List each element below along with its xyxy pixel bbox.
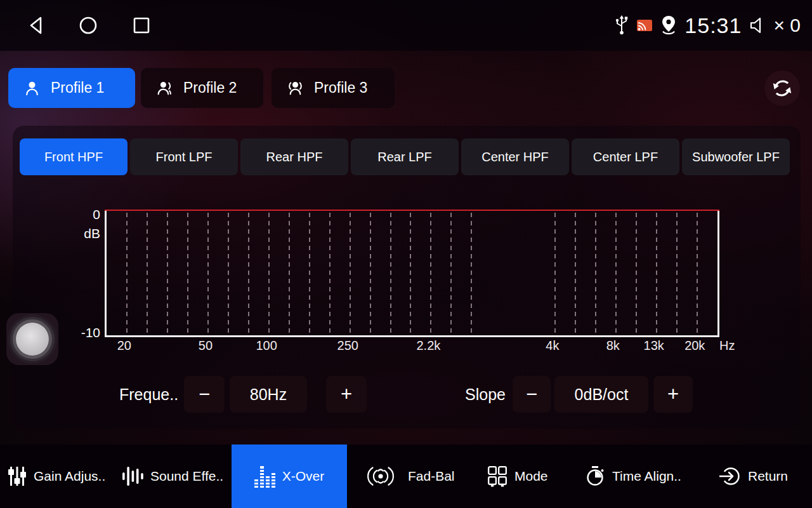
profile-3-button[interactable]: Profile 3 xyxy=(272,68,395,108)
return-icon xyxy=(718,465,741,487)
nav-label: Mode xyxy=(514,469,548,484)
tab-rear-hpf[interactable]: Rear HPF xyxy=(240,138,348,175)
recents-button[interactable] xyxy=(130,14,153,37)
gridline xyxy=(370,213,371,335)
slope-label: Slope xyxy=(465,376,506,413)
gridline xyxy=(187,213,188,335)
time-align-icon xyxy=(585,465,605,487)
reset-button[interactable] xyxy=(764,70,800,106)
nav-label: Time Align.. xyxy=(612,469,681,484)
cast-icon xyxy=(636,18,653,32)
gridline xyxy=(268,213,270,335)
slope-plus-button[interactable]: + xyxy=(653,376,693,413)
x-tick-label: 4k xyxy=(546,338,559,353)
x-axis-unit: Hz xyxy=(719,338,735,353)
sound-effect-icon xyxy=(122,465,143,487)
gridline xyxy=(309,213,310,335)
gridline xyxy=(410,213,411,335)
bottom-nav-bar: Gain Adjus.. Sound Effe.. xyxy=(0,444,812,508)
nav-label: Sound Effe.. xyxy=(150,469,223,484)
rotary-knob[interactable] xyxy=(6,313,58,365)
frequency-minus-button[interactable]: − xyxy=(184,376,225,413)
back-button[interactable] xyxy=(25,14,48,37)
slope-minus-button[interactable]: − xyxy=(513,376,551,413)
gridline xyxy=(147,213,148,335)
xover-icon xyxy=(254,465,275,488)
user-wave-icon xyxy=(156,79,173,97)
status-bar: 15:31 × 0 xyxy=(0,0,812,51)
frequency-plus-button[interactable]: + xyxy=(326,376,367,413)
tab-label: Front LPF xyxy=(156,150,213,164)
gridline xyxy=(228,213,229,335)
tab-subwoofer-lpf[interactable]: Subwoofer LPF xyxy=(682,138,790,175)
tab-rear-lpf[interactable]: Rear LPF xyxy=(351,138,459,175)
profile-label: Profile 2 xyxy=(183,79,237,97)
frequency-value: 80Hz xyxy=(230,376,307,413)
gridline xyxy=(615,213,617,335)
user-waves-icon xyxy=(287,79,304,97)
gridline xyxy=(450,213,452,335)
tab-front-lpf[interactable]: Front LPF xyxy=(130,138,238,175)
nav-return[interactable]: Return xyxy=(718,444,788,508)
plot-area xyxy=(105,210,719,337)
gridline xyxy=(167,213,168,335)
nav-label: Gain Adjus.. xyxy=(34,469,105,484)
recents-square-icon xyxy=(132,16,151,35)
refresh-icon xyxy=(771,77,793,99)
profile-2-button[interactable]: Profile 2 xyxy=(141,68,263,108)
fad-bal-icon xyxy=(360,465,401,487)
gridline xyxy=(207,213,209,335)
x-tick-label: 2.2k xyxy=(416,338,440,353)
home-button[interactable] xyxy=(77,14,100,37)
y-axis-unit: dB xyxy=(63,226,100,241)
gridline xyxy=(575,213,576,335)
volume-muted-icon xyxy=(749,16,766,35)
gridline xyxy=(595,213,596,335)
x-tick-label: 250 xyxy=(337,338,358,353)
tab-label: Rear HPF xyxy=(266,150,323,164)
tab-center-hpf[interactable]: Center HPF xyxy=(461,138,569,175)
response-curve xyxy=(105,210,719,211)
usb-icon xyxy=(615,15,629,36)
gridline xyxy=(329,213,331,335)
x-tick-label: 20k xyxy=(684,338,705,353)
profile-label: Profile 1 xyxy=(51,79,104,97)
status-icons: 15:31 × 0 xyxy=(615,0,801,51)
tab-label: Rear LPF xyxy=(377,150,432,164)
gridline xyxy=(636,213,637,335)
slope-value: 0dB/oct xyxy=(554,376,648,413)
gridline xyxy=(656,213,657,335)
gridline xyxy=(289,213,290,335)
tab-label: Subwoofer LPF xyxy=(692,150,780,164)
profile-1-button[interactable]: Profile 1 xyxy=(8,68,135,108)
gridline xyxy=(471,213,472,335)
gain-icon xyxy=(8,465,27,487)
x-tick-label: 8k xyxy=(606,338,620,353)
gridline xyxy=(676,213,678,335)
nav-sound-effect[interactable]: Sound Effe.. xyxy=(122,444,223,508)
tab-front-hpf[interactable]: Front HPF xyxy=(20,138,128,175)
tab-label: Center LPF xyxy=(593,150,658,164)
nav-mode[interactable]: Mode xyxy=(487,444,548,508)
gridline xyxy=(697,213,698,335)
y-tick-label: -10 xyxy=(63,325,100,340)
home-circle-icon xyxy=(78,15,98,36)
knob-cap xyxy=(16,323,49,356)
back-icon xyxy=(27,15,46,36)
nav-gain-adjust[interactable]: Gain Adjus.. xyxy=(8,444,105,508)
gridline xyxy=(248,213,249,335)
nav-label: Fad-Bal xyxy=(408,469,455,484)
gridline xyxy=(126,213,128,335)
gridline xyxy=(430,213,431,335)
nav-time-align[interactable]: Time Align.. xyxy=(585,444,681,508)
nav-xover[interactable]: X-Over xyxy=(232,444,347,508)
nav-label: Return xyxy=(748,469,788,484)
nav-fad-bal[interactable]: Fad-Bal xyxy=(360,444,455,508)
head-unit-screen: 15:31 × 0 Profile 1 xyxy=(0,0,812,508)
x-tick-label: 20 xyxy=(117,338,131,353)
x-tick-label: 100 xyxy=(256,338,277,353)
x-tick-label: 50 xyxy=(199,338,213,353)
tab-center-lpf[interactable]: Center LPF xyxy=(572,138,679,175)
gridline xyxy=(350,213,351,335)
tab-label: Front HPF xyxy=(44,150,103,164)
